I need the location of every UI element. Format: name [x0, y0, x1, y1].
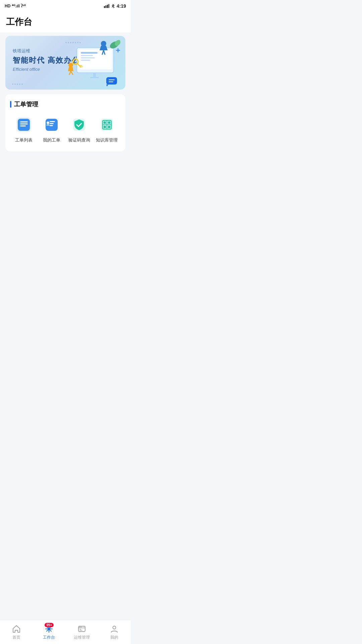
order-list-item[interactable]: 工单列表: [10, 115, 38, 143]
page-title-bar: 工作台: [0, 12, 131, 33]
svg-rect-33: [18, 119, 30, 131]
section-header: 工单管理: [10, 100, 121, 108]
svg-rect-51: [108, 121, 110, 124]
svg-point-44: [47, 121, 49, 124]
section-title: 工单管理: [14, 100, 38, 108]
page-title: 工作台: [6, 17, 32, 27]
list-icon: [15, 116, 33, 133]
svg-marker-31: [106, 85, 108, 87]
order-list-label: 工单列表: [15, 137, 33, 143]
my-order-item[interactable]: 我的工单: [38, 115, 66, 143]
svg-rect-13: [90, 77, 99, 78]
svg-line-5: [112, 6, 113, 7]
knowledge-base-item[interactable]: 知识库管理: [93, 115, 121, 143]
svg-line-22: [79, 65, 82, 66]
svg-line-19: [71, 71, 73, 74]
svg-rect-28: [106, 77, 117, 85]
knowledge-base-icon-box: [97, 115, 117, 135]
my-order-icon-box: [42, 115, 61, 135]
icon-grid: 工单列表 我的工单: [10, 115, 121, 143]
svg-rect-34: [20, 121, 28, 122]
svg-rect-39: [20, 125, 21, 126]
verify-code-icon-box: [69, 115, 89, 135]
status-bar: HD ⁴ᴳ.ıll ʔ²⁰ 4:19: [0, 0, 131, 12]
svg-rect-1: [105, 5, 106, 8]
signal-icon: [104, 4, 109, 8]
banner-dots-bottom: [12, 84, 23, 85]
svg-rect-50: [104, 121, 106, 124]
svg-rect-43: [50, 125, 53, 126]
svg-line-23: [80, 67, 82, 67]
status-right: 4:19: [104, 3, 126, 9]
work-order-section: 工单管理 工单列表: [5, 94, 125, 151]
svg-rect-11: [81, 60, 90, 61]
banner-illustration: [55, 36, 122, 90]
svg-rect-37: [20, 121, 21, 122]
svg-rect-53: [108, 126, 110, 128]
svg-rect-2: [107, 5, 108, 8]
section-bar-indicator: [10, 101, 11, 108]
status-left: HD ⁴ᴳ.ıll ʔ²⁰: [5, 4, 26, 8]
time-display: 4:19: [117, 3, 126, 9]
banner: 铁塔运维 智能时代 高效办公 Efficient office: [5, 36, 125, 90]
svg-rect-3: [108, 4, 109, 8]
verify-code-label: 验证码查询: [68, 137, 90, 143]
svg-rect-52: [104, 126, 106, 128]
knowledge-icon: [98, 116, 116, 133]
svg-rect-0: [104, 6, 105, 8]
knowledge-base-label: 知识库管理: [96, 137, 118, 143]
svg-rect-12: [93, 73, 96, 77]
svg-rect-8: [81, 52, 98, 54]
person-list-icon: [43, 116, 60, 133]
verify-code-item[interactable]: 验证码查询: [65, 115, 93, 143]
bluetooth-icon: [111, 4, 115, 8]
svg-rect-38: [20, 123, 21, 124]
svg-rect-9: [81, 55, 93, 56]
svg-rect-10: [81, 57, 95, 58]
order-list-icon-box: [14, 115, 34, 135]
shield-check-icon: [70, 116, 88, 133]
svg-rect-42: [50, 123, 54, 124]
svg-rect-35: [20, 123, 28, 124]
my-order-label: 我的工单: [43, 137, 60, 143]
svg-rect-41: [50, 121, 55, 122]
